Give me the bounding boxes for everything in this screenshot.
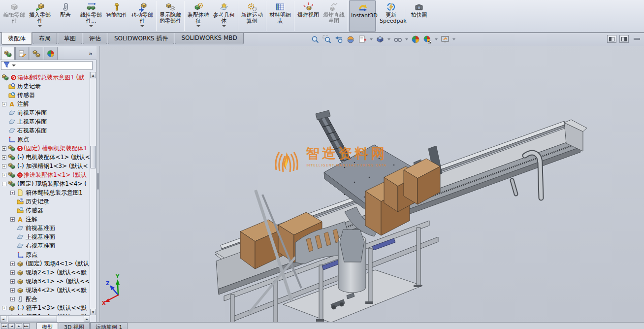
command-button[interactable]: 装配体特征 (186, 0, 211, 32)
dropdown-caret-icon[interactable] (452, 38, 455, 40)
expand-icon[interactable]: + (2, 306, 6, 310)
view-orientation-icon[interactable] (375, 34, 385, 44)
dropdown-caret-icon[interactable] (387, 38, 390, 40)
expand-icon[interactable]: + (2, 164, 6, 168)
zoom-to-area-icon[interactable] (322, 34, 332, 44)
command-button[interactable]: 线性零部件... (78, 0, 104, 32)
ribbon-tab[interactable]: 评估 (83, 33, 107, 44)
tree-item[interactable]: +A注解 (0, 215, 90, 224)
expand-icon[interactable]: + (2, 155, 6, 160)
ribbon-tab[interactable]: SOLIDWORKS MBD (175, 33, 243, 44)
command-button[interactable]: 配合 (53, 0, 78, 32)
expand-icon[interactable]: + (10, 270, 15, 275)
assembly-model[interactable] (100, 46, 644, 322)
tree-item[interactable]: +箱体翻转总装示意图1 (0, 188, 90, 197)
tree-item[interactable]: 传感器 (0, 91, 90, 99)
featuremanager-tree-tab[interactable] (1, 47, 15, 60)
tree-item[interactable]: +配合 (0, 295, 90, 303)
panel-tabs-overflow[interactable]: » (89, 50, 93, 57)
tree-item[interactable]: +推进装配体1<1> (默认 (0, 170, 90, 179)
tree-item[interactable]: +现场4<2> (默认<<默 (0, 286, 90, 295)
tree-item[interactable]: 前视基准面 (0, 108, 90, 117)
vertical-scroll-thumb[interactable] (90, 146, 96, 168)
nav-previous-button[interactable]: ◄ (8, 323, 15, 329)
nav-next-button[interactable]: ► (16, 323, 22, 329)
minimize-strip-icon[interactable] (634, 38, 640, 40)
ribbon-tab[interactable]: SOLIDWORKS 插件 (108, 33, 174, 44)
scroll-right-arrow[interactable]: ► (84, 316, 90, 322)
bottom-tab[interactable]: 运动算例 1 (90, 323, 128, 329)
previous-view-icon[interactable] (334, 34, 344, 44)
edit-appearance-icon[interactable] (422, 34, 432, 44)
ribbon-tab[interactable]: 布局 (32, 33, 57, 44)
tree-item[interactable]: 历史记录 (0, 197, 90, 206)
hide-show-items-icon[interactable] (411, 34, 420, 44)
dropdown-caret-icon[interactable] (196, 25, 200, 27)
displaymanager-tab[interactable] (44, 47, 58, 60)
tree-item[interactable]: 历史记录 (0, 82, 90, 91)
tree-item[interactable]: +(-) 箱子1<3> (默认<<默 (0, 303, 90, 312)
tree-filter[interactable] (1, 61, 93, 70)
tree-item[interactable]: 原点 (0, 135, 90, 144)
command-button[interactable]: Instant3D (349, 0, 376, 32)
propertymanager-tab[interactable] (15, 47, 29, 60)
command-button[interactable]: 显示隐藏的零部件 (158, 0, 183, 32)
tree-item[interactable]: 前视基准面 (0, 224, 90, 232)
expand-icon[interactable]: + (10, 191, 15, 195)
scroll-down-arrow[interactable]: ▼ (90, 309, 96, 315)
tree-item[interactable]: +(固定) 槽钢机架装配体1 (0, 144, 90, 153)
command-button[interactable]: 移动零部件 (129, 0, 155, 32)
tree-item[interactable]: +A注解 (0, 99, 90, 108)
expand-icon[interactable]: + (2, 173, 6, 177)
tree-item[interactable]: 右视基准面 (0, 126, 90, 135)
expand-icon[interactable]: + (2, 146, 6, 151)
horizontal-scroll-thumb[interactable] (8, 316, 57, 322)
tree-item[interactable]: 上视基准面 (0, 232, 90, 241)
tree-item[interactable]: +(-) 加强槽钢1<3> (默认< (0, 162, 90, 170)
bottom-tab[interactable]: 模型 (36, 323, 58, 329)
tree-item[interactable]: 右视基准面 (0, 241, 90, 250)
tree-item[interactable]: +现场2<1> (默认<<默 (0, 268, 90, 277)
command-button[interactable]: 插入零部件 (27, 0, 53, 32)
scroll-up-arrow[interactable]: ▲ (90, 72, 96, 78)
collapse-icon[interactable]: − (2, 182, 6, 186)
view-settings-icon[interactable] (440, 34, 450, 44)
command-button[interactable]: 新建运动算例 (239, 0, 265, 32)
collapse-right-pane-button[interactable] (619, 35, 629, 43)
splitter-grip[interactable] (97, 173, 99, 190)
command-button[interactable]: 爆炸视图 (295, 0, 321, 32)
command-button[interactable]: 参考几何体 (211, 0, 237, 32)
tree-item[interactable]: 传感器 (0, 206, 90, 215)
configurationmanager-tab[interactable] (30, 47, 43, 60)
annotation-views-icon[interactable] (357, 34, 367, 44)
zoom-to-fit-icon[interactable] (310, 34, 320, 44)
tree-item[interactable]: +(固定) 现场4<1> (默认 (0, 259, 90, 268)
dropdown-caret-icon[interactable] (370, 38, 373, 40)
dropdown-caret-icon[interactable] (38, 25, 42, 27)
dropdown-caret-icon[interactable] (89, 25, 93, 27)
graphics-viewport[interactable]: 智造资料网 INTELLIGENT-MANUFACTURING DATA Y Z… (100, 46, 644, 322)
tree-item[interactable]: 箱体翻转总装示意图1 (默 (0, 73, 90, 82)
ribbon-tab[interactable]: 草图 (58, 33, 82, 44)
tree-vertical-scrollbar[interactable]: ▲ ▼ (90, 72, 96, 315)
tree-item[interactable]: −(固定) 现场装配体1<4> ( (0, 179, 90, 188)
command-button[interactable]: 材料明细表 (267, 0, 293, 32)
section-view-icon[interactable] (346, 34, 355, 44)
expand-icon[interactable]: + (10, 217, 15, 222)
expand-icon[interactable]: + (10, 262, 15, 266)
expand-icon[interactable]: + (2, 102, 6, 106)
tree-item[interactable]: +现场3<1> -> (默认<< (0, 277, 90, 286)
collapse-left-pane-button[interactable] (607, 35, 616, 43)
dropdown-caret-icon[interactable] (140, 25, 144, 27)
expand-icon[interactable]: + (10, 297, 15, 301)
filter-dropdown-caret[interactable] (12, 65, 16, 66)
command-button[interactable]: 更新 Speedpak (378, 0, 404, 32)
dropdown-caret-icon[interactable] (405, 38, 408, 40)
command-button[interactable]: 智能扣件 (104, 0, 129, 32)
ribbon-tab[interactable]: 装配体 (1, 33, 32, 45)
scroll-left-arrow[interactable]: ◄ (0, 316, 6, 322)
nav-first-button[interactable]: ◄◄ (1, 323, 7, 329)
tree-item[interactable]: 原点 (0, 250, 90, 259)
expand-icon[interactable]: + (10, 288, 15, 293)
dropdown-caret-icon[interactable] (222, 25, 226, 27)
